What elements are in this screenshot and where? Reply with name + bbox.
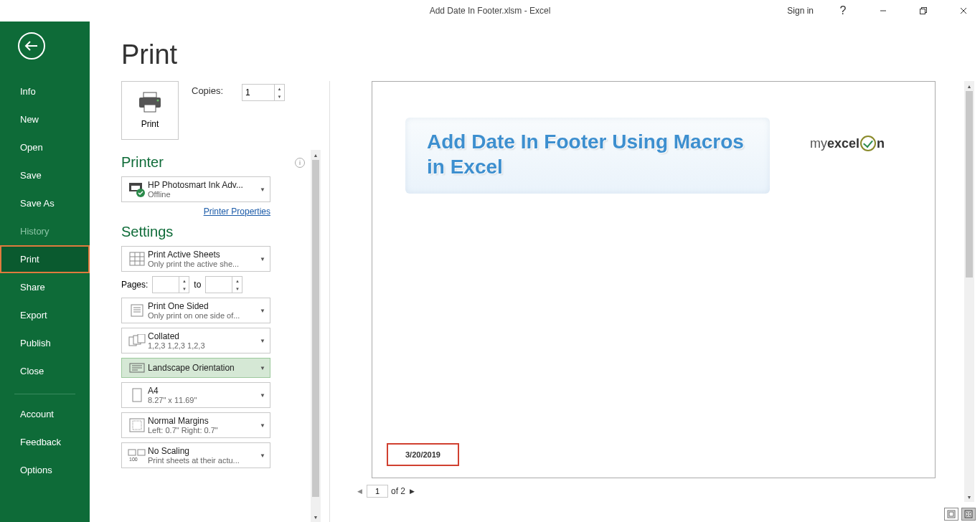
copies-down-icon[interactable]: ▼ — [275, 92, 284, 100]
orientation-select[interactable]: Landscape Orientation ▼ — [121, 358, 270, 378]
prev-page-button[interactable]: ◀ — [353, 488, 367, 495]
copies-up-icon[interactable]: ▲ — [275, 85, 284, 92]
printer-properties-link[interactable]: Printer Properties — [121, 207, 270, 217]
sheets-icon — [126, 252, 148, 266]
margins-select[interactable]: Normal MarginsLeft: 0.7" Right: 0.7" ▼ — [121, 412, 270, 438]
pages-from-input[interactable] — [153, 277, 179, 293]
pages-from-spinner[interactable]: ▲▼ — [152, 276, 189, 293]
settings-scrollbar[interactable]: ▲▼ — [311, 150, 321, 522]
sidebar-item-save[interactable]: Save — [0, 161, 90, 189]
sidebar-item-close[interactable]: Close — [0, 357, 90, 385]
one-sided-icon — [126, 303, 148, 318]
close-button[interactable] — [947, 0, 980, 22]
printer-status: Offline — [148, 190, 257, 199]
sidebar-item-new[interactable]: New — [0, 105, 90, 133]
sidebar-item-save-as[interactable]: Save As — [0, 189, 90, 217]
page-count: of 2 — [391, 486, 405, 496]
collated-icon — [126, 334, 148, 347]
sides-select[interactable]: Print One SidedOnly print on one side of… — [121, 298, 270, 323]
backstage-sidebar: Info New Open Save Save As History Print… — [0, 22, 90, 522]
chevron-down-icon: ▼ — [257, 256, 265, 262]
vertical-divider — [329, 81, 330, 522]
pages-to-input[interactable] — [206, 277, 232, 293]
svg-rect-28 — [133, 389, 141, 402]
printer-status-icon — [126, 181, 148, 197]
chevron-down-icon: ▼ — [257, 186, 265, 193]
sidebar-divider — [14, 394, 75, 394]
print-button-label: Print — [141, 119, 159, 129]
paper-size-select[interactable]: A48.27" x 11.69" ▼ — [121, 382, 270, 408]
footer-date: 3/20/2019 — [387, 443, 459, 466]
sidebar-item-open[interactable]: Open — [0, 133, 90, 161]
sidebar-item-history[interactable]: History — [0, 217, 90, 245]
chevron-down-icon: ▼ — [257, 422, 265, 429]
sidebar-item-feedback[interactable]: Feedback — [0, 428, 90, 456]
show-margins-button[interactable] — [944, 508, 958, 521]
title-bar: Add Date In Footer.xlsm - Excel Sign in … — [0, 0, 980, 22]
pages-label: Pages: — [121, 280, 148, 290]
chevron-down-icon: ▼ — [257, 392, 265, 399]
back-arrow-icon — [24, 41, 39, 51]
svg-rect-17 — [131, 305, 143, 316]
svg-point-8 — [157, 100, 159, 102]
copies-input[interactable] — [242, 85, 274, 100]
svg-rect-23 — [138, 334, 145, 343]
help-button[interactable]: ? — [826, 0, 859, 22]
preview-scrollbar[interactable]: ▲▼ — [964, 81, 974, 502]
chevron-down-icon: ▼ — [257, 452, 265, 459]
collate-select[interactable]: Collated1,2,3 1,2,3 1,2,3 ▼ — [121, 328, 270, 353]
svg-rect-2 — [920, 9, 925, 14]
svg-rect-31 — [128, 450, 136, 455]
zoom-to-page-button[interactable] — [961, 508, 976, 521]
minimize-button[interactable] — [867, 0, 900, 22]
svg-rect-7 — [144, 105, 156, 112]
print-preview-page: Add Date In Footer Using Macros in Excel… — [372, 81, 936, 478]
sign-in-link[interactable]: Sign in — [781, 6, 819, 16]
svg-rect-35 — [949, 512, 953, 516]
pages-to-label: to — [194, 280, 201, 290]
page-title: Print — [90, 22, 980, 81]
chevron-down-icon: ▼ — [257, 365, 265, 371]
document-title: Add Date In Footer Using Macros in Excel — [427, 129, 748, 179]
restore-button[interactable] — [907, 0, 940, 22]
document-title-box: Add Date In Footer Using Macros in Excel — [405, 118, 770, 194]
back-button[interactable] — [18, 32, 45, 60]
margins-icon — [126, 418, 148, 432]
landscape-icon — [126, 361, 148, 374]
scaling-icon: 100 — [126, 449, 148, 462]
copies-label: Copies: — [192, 81, 223, 96]
next-page-button[interactable]: ▶ — [405, 488, 419, 495]
printer-info-icon[interactable]: i — [295, 158, 305, 168]
printer-heading: Printer — [121, 154, 164, 171]
printer-icon — [137, 92, 163, 113]
sidebar-item-account[interactable]: Account — [0, 400, 90, 428]
svg-rect-12 — [130, 252, 144, 265]
sidebar-item-print[interactable]: Print — [0, 245, 90, 273]
printer-select[interactable]: HP Photosmart Ink Adv... Offline ▼ — [121, 176, 270, 202]
logo: myexceln — [810, 136, 885, 151]
page-navigation: ◀ of 2 ▶ — [343, 483, 964, 500]
current-page-input[interactable] — [367, 485, 388, 498]
sidebar-item-info[interactable]: Info — [0, 77, 90, 105]
chevron-down-icon: ▼ — [257, 308, 265, 314]
window-title: Add Date In Footer.xlsm - Excel — [430, 6, 551, 16]
settings-heading: Settings — [121, 224, 173, 240]
svg-rect-36 — [965, 511, 972, 518]
sidebar-item-publish[interactable]: Publish — [0, 329, 90, 357]
copies-spinner[interactable]: ▲▼ — [242, 84, 285, 101]
svg-text:100: 100 — [129, 457, 138, 462]
sidebar-item-export[interactable]: Export — [0, 301, 90, 329]
chevron-down-icon: ▼ — [257, 338, 265, 344]
svg-rect-5 — [143, 92, 156, 98]
svg-rect-30 — [133, 421, 141, 430]
print-button[interactable]: Print — [121, 81, 179, 140]
sidebar-item-share[interactable]: Share — [0, 273, 90, 301]
sidebar-item-options[interactable]: Options — [0, 456, 90, 484]
svg-rect-32 — [138, 450, 145, 455]
printer-name: HP Photosmart Ink Adv... — [148, 180, 257, 190]
logo-ring-icon — [860, 136, 876, 151]
scaling-select[interactable]: 100 No ScalingPrint sheets at their actu… — [121, 442, 270, 468]
pages-to-spinner[interactable]: ▲▼ — [205, 276, 242, 293]
paper-icon — [126, 388, 148, 402]
print-what-select[interactable]: Print Active SheetsOnly print the active… — [121, 246, 270, 272]
